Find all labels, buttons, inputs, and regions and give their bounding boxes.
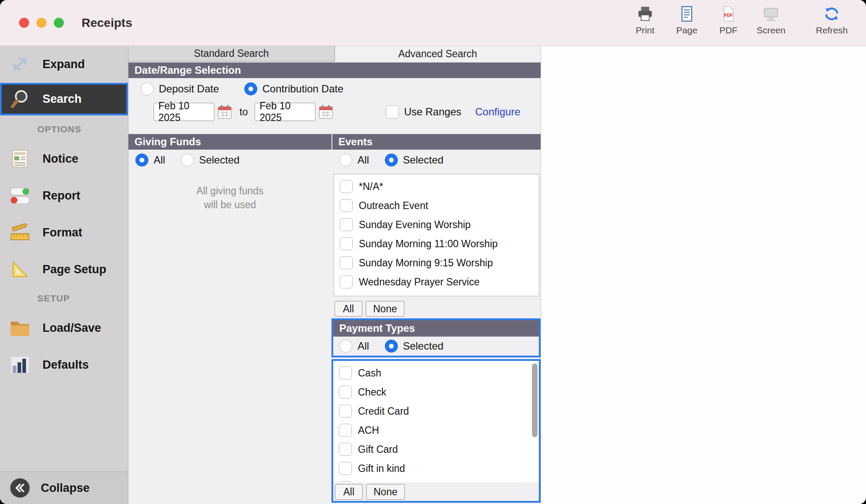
refresh-button[interactable]: Refresh [816, 4, 848, 36]
sidebar: Expand Search OPTIONS Notice Report [0, 46, 128, 504]
traffic-lights [19, 18, 64, 28]
events-list: *N/A* Outreach Event Sunday Evening Wors… [334, 174, 539, 296]
app-window: Receipts Print Page PDF PDF [0, 0, 866, 504]
search-tabs: Standard Search Advanced Search [128, 46, 541, 62]
events-select-all-button[interactable]: All [335, 301, 362, 317]
events-all-radio[interactable]: All [339, 154, 369, 167]
payment-type-checkbox-row[interactable]: ACH [333, 421, 539, 440]
minimize-window-button[interactable] [36, 18, 46, 28]
date-range-section-header: Date/Range Selection [128, 62, 541, 78]
to-date-input[interactable]: Feb 10 2025 [255, 103, 315, 121]
sidebar-item-notice[interactable]: Notice [0, 143, 128, 174]
payment-type-checkbox-row[interactable]: Credit Card [333, 402, 539, 421]
from-date-input[interactable]: Feb 10 2025 [154, 103, 214, 121]
screen-button[interactable]: Screen [757, 4, 786, 36]
checkbox-icon [340, 275, 353, 288]
checkbox-icon [339, 386, 352, 399]
radio-off-icon [141, 82, 154, 95]
event-checkbox-row[interactable]: *N/A* [334, 177, 539, 196]
tab-standard-search[interactable]: Standard Search [128, 46, 335, 62]
sidebar-section-options: OPTIONS [37, 124, 82, 134]
close-window-button[interactable] [19, 18, 29, 28]
events-selected-radio[interactable]: Selected [385, 154, 443, 167]
checkbox-icon [339, 405, 352, 418]
payment-types-all-radio[interactable]: All [339, 340, 369, 353]
pdf-icon: PDF [720, 4, 737, 23]
tab-advanced-search[interactable]: Advanced Search [335, 46, 541, 62]
checkbox-icon [339, 481, 352, 482]
sidebar-section-setup: SETUP [37, 293, 70, 304]
radio-on-icon [385, 154, 398, 167]
checkbox-icon [340, 237, 353, 250]
payment-types-select-all-button[interactable]: All [335, 484, 363, 500]
date-type-radio-group: Deposit Date Contribution Date [141, 82, 344, 95]
notice-icon [7, 147, 33, 170]
giving-funds-section-header: Giving Funds [128, 134, 331, 150]
sidebar-item-collapse[interactable]: Collapse [0, 471, 128, 504]
screen-icon [762, 4, 780, 23]
window-title: Receipts [82, 0, 132, 46]
event-checkbox-row[interactable]: Sunday Evening Worship [334, 215, 539, 234]
sidebar-item-page-setup[interactable]: Page Setup [0, 254, 128, 285]
giving-funds-selected-radio[interactable]: Selected [181, 154, 239, 167]
payment-list-scrollbar[interactable] [532, 363, 538, 437]
deposit-date-radio[interactable]: Deposit Date [141, 82, 219, 95]
giving-funds-all-radio[interactable]: All [135, 154, 165, 167]
svg-text:PDF: PDF [724, 13, 733, 18]
event-checkbox-row[interactable]: Wednesday Prayer Service [334, 272, 539, 291]
radio-off-icon [181, 154, 194, 167]
date-fields-row: Feb 10 2025 to Feb 10 2025 Use Ranges Co… [128, 102, 541, 121]
checkbox-icon [386, 105, 399, 118]
bar-chart-icon [7, 353, 33, 376]
to-label: to [239, 106, 248, 118]
zoom-window-button[interactable] [54, 18, 64, 28]
preview-area [541, 46, 866, 504]
sidebar-item-format[interactable]: Format [0, 217, 128, 248]
sidebar-item-defaults[interactable]: Defaults [0, 349, 128, 380]
payment-type-checkbox-row[interactable]: Gift Card [333, 440, 539, 459]
checkbox-icon [340, 180, 353, 193]
refresh-icon [823, 4, 840, 23]
format-icon [7, 221, 33, 244]
events-select-none-button[interactable]: None [366, 301, 404, 317]
event-checkbox-row[interactable]: Outreach Event [334, 196, 539, 215]
event-checkbox-row[interactable]: Sunday Morning 9:15 Worship [334, 253, 539, 272]
payment-types-select-none-button[interactable]: None [366, 484, 405, 500]
print-button[interactable]: Print [632, 4, 659, 36]
payment-type-checkbox-row[interactable]: Check [333, 383, 539, 402]
folder-icon [7, 316, 33, 340]
payment-type-checkbox-row[interactable]: Online Gift [333, 478, 539, 482]
payment-types-radio-group: All Selected [333, 337, 539, 356]
page-button[interactable]: Page [673, 4, 700, 36]
radio-off-icon [339, 154, 352, 167]
checkbox-icon [339, 424, 352, 437]
use-ranges-checkbox[interactable]: Use Ranges [386, 105, 461, 118]
sidebar-item-report[interactable]: Report [0, 182, 128, 209]
toolbar: Print Page PDF PDF Screen [632, 4, 848, 36]
printer-icon [636, 4, 654, 23]
page-icon [679, 4, 695, 23]
pdf-button[interactable]: PDF PDF [715, 4, 742, 36]
payment-types-selected-radio[interactable]: Selected [385, 340, 443, 353]
checkbox-icon [339, 367, 352, 380]
radio-on-icon [244, 82, 257, 95]
events-radio-group: All Selected [339, 154, 443, 167]
sidebar-item-expand[interactable]: Expand [0, 50, 128, 78]
payment-types-list: Cash Check Credit Card ACH [333, 361, 539, 482]
contribution-date-radio[interactable]: Contribution Date [244, 82, 344, 95]
payment-type-checkbox-row[interactable]: Gift in kind [333, 459, 539, 478]
to-date-calendar-button[interactable] [318, 104, 334, 120]
search-panel: Standard Search Advanced Search Date/Ran… [128, 46, 541, 504]
checkbox-icon [340, 199, 353, 212]
payment-types-section-header: Payment Types [333, 320, 539, 337]
giving-funds-radio-group: All Selected [135, 154, 239, 167]
configure-link[interactable]: Configure [475, 106, 520, 118]
sidebar-item-load-save[interactable]: Load/Save [0, 311, 128, 345]
titlebar: Receipts Print Page PDF PDF [0, 0, 866, 46]
checkbox-icon [340, 218, 353, 231]
sidebar-item-search[interactable]: Search [0, 83, 128, 115]
event-checkbox-row[interactable]: Sunday Morning 11:00 Worship [334, 234, 539, 253]
payment-types-header-box: Payment Types All Selected [331, 318, 541, 357]
payment-type-checkbox-row[interactable]: Cash [333, 363, 539, 383]
from-date-calendar-button[interactable] [217, 104, 233, 120]
